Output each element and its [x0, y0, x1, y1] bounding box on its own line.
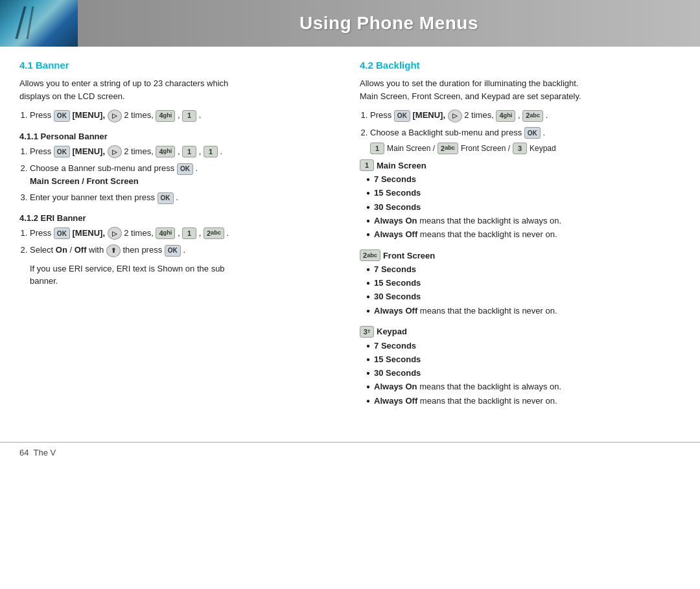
nav-key-bl1: ▷	[448, 110, 462, 122]
bl-step-2: Choose a Backlight sub-menu and press OK…	[370, 126, 681, 155]
submenu-main-label: Main Screen /	[387, 143, 435, 154]
front-bullet-1: 7 Seconds	[366, 264, 681, 275]
section-4-1-desc: Allows you to enter a string of up to 23…	[19, 77, 340, 102]
submenu-front-label: Front Screen /	[461, 143, 510, 154]
front-screen-group: 2abc Front Screen 7 Seconds 15 Seconds 3…	[360, 249, 681, 317]
keypad-bullet-2: 15 Seconds	[366, 354, 681, 365]
key4-bl1: 4ghi	[496, 110, 515, 122]
main-bullet-5: Always Off means that the backlight is n…	[366, 229, 681, 240]
key1-eb1: 1	[182, 227, 196, 239]
eb-step-2: Select On / Off with ⬆ then press OK .	[30, 244, 340, 257]
ok-key-eb1: OK	[54, 227, 70, 239]
key1a-pb1: 1	[182, 146, 196, 157]
ok-key-bl2: OK	[524, 127, 541, 139]
submenu-line: 1 Main Screen / 2abc Front Screen / 3 Ke…	[370, 143, 681, 154]
key4-pb1: 4ghi	[156, 146, 175, 157]
left-column: 4.1 Banner Allows you to enter a string …	[19, 60, 340, 416]
submenu-key2: 2abc	[438, 143, 458, 154]
main-screen-group: 1 Main Screen 7 Seconds 15 Seconds 30 Se…	[360, 159, 681, 240]
ok-key: OK	[54, 110, 70, 122]
key2-eb1: 2abc	[204, 227, 224, 239]
main-screen-title: 1 Main Screen	[360, 159, 681, 171]
front-bullet-4: Always Off means that the backlight is n…	[366, 305, 681, 317]
step-1: Press OK [MENU], ▷ 2 times, 4ghi , 1 .	[30, 109, 340, 122]
page-title: Using Phone Menus	[78, 13, 700, 34]
nav-key-eb1: ▷	[108, 227, 122, 240]
ok-key-pb2: OK	[177, 163, 193, 175]
eb-desc: If you use ERI service, ERI text is Show…	[30, 262, 340, 288]
ok-key-pb1: OK	[54, 146, 70, 157]
main-key: 1	[360, 159, 374, 171]
subsection-4-1-2: 4.1.2 ERI Banner Press OK [MENU], ▷ 2 ti…	[19, 213, 340, 288]
nav-key-pb1: ▷	[108, 145, 122, 158]
key4: 4ghi	[156, 110, 175, 122]
pb-step-1: Press OK [MENU], ▷ 2 times, 4ghi , 1 , 1…	[30, 145, 340, 159]
eb-step-1: Press OK [MENU], ▷ 2 times, 4ghi , 1 , 2…	[30, 227, 340, 240]
subsection-4-1-1: 4.1.1 Personal Banner Press OK [MENU], ▷…	[19, 132, 340, 204]
eri-banner-steps: Press OK [MENU], ▷ 2 times, 4ghi , 1 , 2…	[30, 227, 340, 257]
submenu-key1: 1	[370, 143, 384, 154]
keypad-title: 3T Keypad	[360, 326, 681, 338]
pb-step-3: Enter your banner text then press OK .	[30, 191, 340, 204]
footer-text: The V	[33, 448, 56, 457]
nav-key-eb2: ⬆	[106, 244, 121, 257]
keypad-bullet-1: 7 Seconds	[366, 340, 681, 352]
main-bullet-4: Always On means that the backlight is al…	[366, 215, 681, 227]
section-4-2-title: 4.2 Backlight	[360, 60, 681, 71]
right-column: 4.2 Backlight Allows you to set the dura…	[360, 60, 681, 416]
page-header: Using Phone Menus	[0, 0, 700, 47]
section-4-1-title: 4.1 Banner	[19, 60, 340, 71]
keypad-bullet-4: Always On means that the backlight is al…	[366, 381, 681, 393]
ok-key-pb3: OK	[158, 192, 174, 204]
page-number: 64	[19, 448, 29, 457]
main-bullet-2: 15 Seconds	[366, 187, 681, 199]
content-area: 4.1 Banner Allows you to enter a string …	[0, 47, 700, 429]
nav-key: ▷	[108, 110, 122, 122]
bl-step-1: Press OK [MENU], ▷ 2 times, 4ghi , 2abc …	[370, 109, 681, 122]
main-bullet-1: 7 Seconds	[366, 174, 681, 185]
front-screen-bullets: 7 Seconds 15 Seconds 30 Seconds Always O…	[366, 264, 681, 317]
key1: 1	[182, 110, 196, 122]
front-screen-title: 2abc Front Screen	[360, 249, 681, 261]
key2-bl1: 2abc	[522, 110, 543, 122]
ok-key-bl1: OK	[394, 110, 410, 122]
section-4-2-desc: Allows you to set the duration for illum…	[360, 77, 681, 102]
front-bullet-2: 15 Seconds	[366, 277, 681, 289]
pb-step-2: Choose a Banner sub-menu and press OK . …	[30, 162, 340, 187]
page-footer: 64 The V	[0, 442, 700, 463]
subsection-4-1-1-title: 4.1.1 Personal Banner	[19, 132, 340, 141]
submenu-keypad-label: Keypad	[530, 143, 556, 154]
keypad-bullet-3: 30 Seconds	[366, 367, 681, 379]
section-4-2-steps: Press OK [MENU], ▷ 2 times, 4ghi , 2abc …	[370, 109, 681, 154]
subsection-4-1-2-title: 4.1.2 ERI Banner	[19, 213, 340, 223]
keypad-group: 3T Keypad 7 Seconds 15 Seconds 30 Second…	[360, 326, 681, 407]
keypad-key: 3T	[360, 326, 374, 338]
keypad-bullets: 7 Seconds 15 Seconds 30 Seconds Always O…	[366, 340, 681, 407]
front-bullet-3: 30 Seconds	[366, 291, 681, 303]
section-4-1-steps: Press OK [MENU], ▷ 2 times, 4ghi , 1 .	[30, 109, 340, 122]
personal-banner-steps: Press OK [MENU], ▷ 2 times, 4ghi , 1 , 1…	[30, 145, 340, 204]
ok-key-eb2: OK	[165, 245, 181, 257]
header-image	[0, 0, 78, 47]
main-bullet-3: 30 Seconds	[366, 202, 681, 213]
submenu-key3: 3	[513, 143, 527, 154]
keypad-bullet-5: Always Off means that the backlight is n…	[366, 395, 681, 407]
front-key: 2abc	[360, 249, 380, 261]
key4-eb1: 4ghi	[156, 227, 175, 239]
key1b-pb1: 1	[204, 146, 218, 157]
main-screen-bullets: 7 Seconds 15 Seconds 30 Seconds Always O…	[366, 174, 681, 240]
